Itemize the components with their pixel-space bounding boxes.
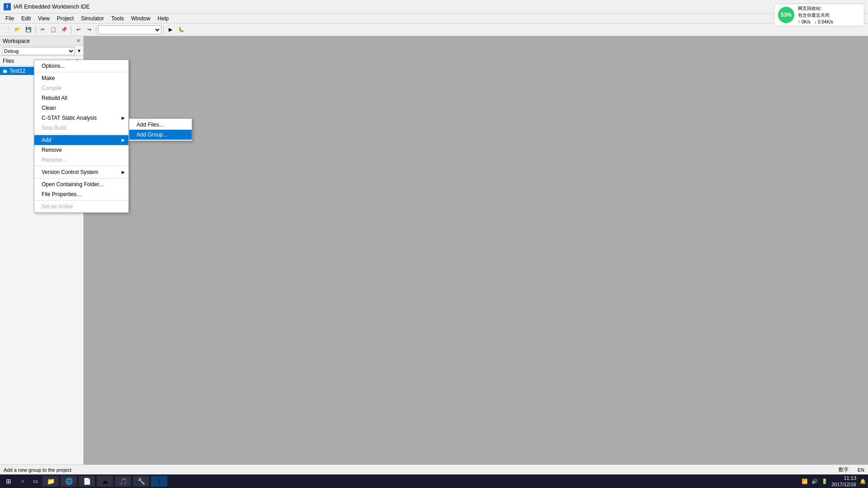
taskbar-app-cloud[interactable]: ☁ <box>97 476 113 487</box>
taskbar-app-music[interactable]: 🎵 <box>115 476 131 487</box>
menu-item-project[interactable]: Project <box>53 14 77 23</box>
toolbar-separator-1 <box>35 26 36 34</box>
context-menu: Options... Make Compile Rebuild All Clea… <box>34 60 129 213</box>
network-info: 网页回收站: 包含你最近关闭 ↑ 0K/s ↓ 0.04K/s <box>798 5 833 25</box>
main-content <box>84 36 868 478</box>
status-right: 数字 EN <box>839 466 864 473</box>
ctx-sep-3 <box>34 166 128 166</box>
ctx-options[interactable]: Options... <box>34 61 128 71</box>
workspace-title: Workspace <box>3 38 30 44</box>
notification-icon[interactable]: 🔔 <box>860 479 866 484</box>
undo-button[interactable]: ↩ <box>73 25 83 35</box>
menu-item-help[interactable]: Help <box>154 14 173 23</box>
net-label: 网页回收站: <box>798 5 833 12</box>
status-message: Add a new group to the project <box>4 467 71 473</box>
net-subtitle: 包含你最近关闭 <box>798 12 833 19</box>
taskbar-app-tools[interactable]: 🔧 <box>133 476 149 487</box>
net-down: ↓ 0.04K/s <box>814 19 833 24</box>
task-view-button[interactable]: ▭ <box>30 476 41 487</box>
copy-button[interactable]: 📋 <box>48 25 58 35</box>
status-bar: Add a new group to the project 数字 EN <box>0 465 868 474</box>
project-icon: 🖿 <box>3 68 8 74</box>
cut-button[interactable]: ✂ <box>38 25 47 35</box>
new-button[interactable]: 📄 <box>2 25 12 35</box>
app-title: IAR Embedded Workbench IDE <box>14 4 839 10</box>
battery-icon: 🔋 <box>821 479 828 484</box>
ctx-open-folder[interactable]: Open Containing Folder... <box>34 179 128 189</box>
clock-date: 2017/12/16 <box>831 481 856 488</box>
config-dropdown[interactable] <box>98 25 161 34</box>
workspace-close-button[interactable]: ✕ <box>76 38 80 44</box>
ctx-file-props[interactable]: File Properties... <box>34 189 128 199</box>
network-widget: 53% 网页回收站: 包含你最近关闭 ↑ 0K/s ↓ 0.04K/s <box>774 4 864 26</box>
redo-button[interactable]: ↪ <box>84 25 94 35</box>
menu-item-window[interactable]: Window <box>127 14 154 23</box>
ctx-vcs[interactable]: Version Control System <box>34 167 128 177</box>
net-speeds: ↑ 0K/s ↓ 0.04K/s <box>798 19 833 25</box>
input-mode-label: 数字 <box>839 466 849 473</box>
add-submenu: Add Files... Add Group... <box>129 118 192 141</box>
ctx-rename: Rename... <box>34 155 128 165</box>
ctx-sep-2 <box>34 134 128 134</box>
taskbar-app-pdf[interactable]: 📄 <box>79 476 95 487</box>
taskbar-app-iar[interactable]: I <box>151 476 167 487</box>
network-circle: 53% <box>778 7 794 23</box>
net-up: ↑ 0K/s <box>798 19 811 24</box>
volume-icon: 🔊 <box>811 479 818 484</box>
menu-item-tools[interactable]: Tools <box>108 14 127 23</box>
ctx-remove[interactable]: Remove <box>34 145 128 155</box>
toolbar-separator-2 <box>71 26 71 34</box>
title-bar: I IAR Embedded Workbench IDE — □ ✕ <box>0 0 868 14</box>
toolbar: 📄 📂 💾 ✂ 📋 📌 ↩ ↪ ▶ 🐛 <box>0 23 868 36</box>
taskbar-clock: 11:13 2017/12/16 <box>831 475 856 488</box>
config-expand-button[interactable]: ▼ <box>77 48 81 53</box>
submenu-add-group[interactable]: Add Group... <box>129 130 192 140</box>
ctx-stop-build: Stop Build <box>34 123 128 133</box>
project-name: Test12 <box>9 68 25 74</box>
taskbar-app-explorer[interactable]: 📁 <box>42 476 59 487</box>
main-layout: Workspace ✕ Debug ▼ Files ⇅ ⚙ 🖿 Test12 T… <box>0 36 868 478</box>
ctx-clean[interactable]: Clean <box>34 103 128 113</box>
ctx-make[interactable]: Make <box>34 73 128 83</box>
workspace-header: Workspace ✕ <box>0 36 83 46</box>
ctx-rebuild-all[interactable]: Rebuild All <box>34 93 128 103</box>
ctx-cstat[interactable]: C-STAT Static Analysis <box>34 113 128 123</box>
network-icon: 📶 <box>802 479 808 484</box>
save-button[interactable]: 💾 <box>24 25 33 35</box>
paste-button[interactable]: 📌 <box>59 25 69 35</box>
open-button[interactable]: 📂 <box>13 25 23 35</box>
taskbar: ⊞ ○ ▭ 📁 🌐 📄 ☁ 🎵 🔧 I 📶 🔊 🔋 11:13 2017/12/… <box>0 474 868 488</box>
toolbar-separator-4 <box>163 26 164 34</box>
build-button[interactable]: ▶ <box>165 25 175 35</box>
debug-button[interactable]: 🐛 <box>176 25 186 35</box>
taskbar-right: 📶 🔊 🔋 11:13 2017/12/16 🔔 <box>802 475 866 488</box>
files-label: Files <box>3 58 14 64</box>
search-button[interactable]: ○ <box>17 476 28 487</box>
workspace-config: Debug ▼ <box>0 46 83 56</box>
toolbar-separator-3 <box>96 26 96 34</box>
app-icon: I <box>4 3 11 10</box>
ctx-sep-5 <box>34 200 128 201</box>
ctx-sep-4 <box>34 178 128 178</box>
ctx-set-active: Set as Active <box>34 202 128 211</box>
ctx-add[interactable]: Add <box>34 135 128 145</box>
menu-item-file[interactable]: File <box>2 14 18 23</box>
menu-item-edit[interactable]: Edit <box>18 14 34 23</box>
ctx-sep-1 <box>34 72 128 72</box>
menu-bar: FileEditViewProjectSimulatorToolsWindowH… <box>0 14 868 23</box>
taskbar-app-browser[interactable]: 🌐 <box>61 476 77 487</box>
start-button[interactable]: ⊞ <box>2 476 15 487</box>
workspace-config-select[interactable]: Debug <box>2 47 75 55</box>
clock-time: 11:13 <box>831 475 856 481</box>
language-label: EN <box>858 467 864 473</box>
ctx-compile: Compile <box>34 83 128 93</box>
submenu-add-files[interactable]: Add Files... <box>129 120 192 130</box>
menu-item-simulator[interactable]: Simulator <box>77 14 108 23</box>
menu-item-view[interactable]: View <box>34 14 53 23</box>
